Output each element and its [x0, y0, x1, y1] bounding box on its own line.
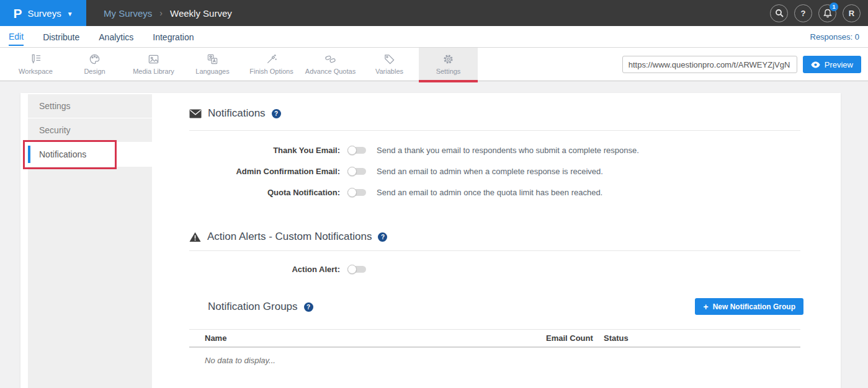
section-divider	[189, 130, 800, 131]
survey-nav-bar: Edit Distribute Analytics Integration Re…	[0, 26, 868, 48]
toolbar-item-advance-quotas[interactable]: Advance Quotas	[301, 48, 360, 81]
action-alerts-section: Action Alerts - Custom Notifications ? A…	[189, 229, 800, 280]
setting-description: Send an email to admin once the quota li…	[377, 188, 602, 197]
column-header-status: Status	[604, 333, 800, 343]
help-icon[interactable]: ?	[304, 302, 313, 312]
help-icon[interactable]: ?	[272, 109, 281, 118]
tab-analytics[interactable]: Analytics	[99, 28, 133, 45]
section-divider	[189, 250, 800, 251]
toolbar-label: Workspace	[19, 68, 53, 75]
caret-down-icon: ▼	[67, 11, 73, 17]
notification-groups-table: Name Email Count Status No data to displ…	[189, 329, 800, 365]
setting-description: Send an email to admin when a complete r…	[377, 167, 603, 176]
languages-icon	[207, 53, 218, 65]
toolbar-item-design[interactable]: Design	[65, 48, 124, 81]
workspace-icon	[30, 53, 42, 65]
breadcrumb: My Surveys › Weekly Survey	[104, 8, 232, 19]
notification-count-badge: 1	[830, 2, 838, 11]
top-bar: P Surveys ▼ My Surveys › Weekly Survey ?…	[0, 0, 868, 26]
sidebar-filler	[28, 167, 152, 388]
admin-confirmation-email-row: Admin Confirmation Email: Send an email …	[189, 161, 800, 182]
tab-integration[interactable]: Integration	[153, 28, 194, 45]
toolbar-item-finish-options[interactable]: Finish Options	[242, 48, 301, 81]
settings-gear-icon	[442, 53, 454, 65]
question-mark-icon: ?	[801, 9, 806, 18]
toggle-knob	[347, 188, 357, 197]
tab-distribute[interactable]: Distribute	[43, 28, 79, 45]
table-header-row: Name Email Count Status	[189, 330, 800, 348]
new-notification-group-button[interactable]: + New Notification Group	[695, 298, 803, 315]
toolbar-label: Settings	[436, 68, 461, 75]
toolbar-item-settings[interactable]: Settings	[419, 48, 478, 81]
search-icon	[775, 9, 784, 17]
section-title: Action Alerts - Custom Notifications	[207, 231, 372, 243]
preview-button[interactable]: Preview	[803, 56, 861, 73]
toggle-knob	[347, 265, 357, 274]
notifications-button[interactable]: 1	[818, 4, 836, 22]
empty-table-message: No data to display...	[189, 348, 800, 365]
search-button[interactable]	[770, 4, 788, 22]
settings-sidebar: Settings Security Notifications	[28, 94, 152, 388]
quota-notification-row: Quota Notification: Send an email to adm…	[189, 182, 800, 203]
setting-label: Thank You Email:	[189, 146, 340, 155]
notification-groups-header: Notification Groups ? + New Notification…	[189, 298, 800, 315]
notification-groups-title-wrap: Notification Groups ?	[189, 301, 313, 313]
column-header-name: Name	[189, 333, 546, 343]
new-group-button-label: New Notification Group	[713, 302, 795, 311]
quota-notification-toggle[interactable]	[347, 188, 366, 197]
toolbar-label: Advance Quotas	[305, 68, 356, 75]
setting-label: Action Alert:	[189, 265, 340, 274]
media-library-icon	[148, 53, 159, 65]
action-alert-toggle[interactable]	[347, 265, 366, 274]
sidebar-item-label: Security	[39, 125, 71, 135]
setting-label: Quota Notification:	[189, 188, 340, 197]
avatar-initial: R	[849, 9, 854, 18]
envelope-icon	[189, 109, 202, 118]
plus-icon: +	[703, 302, 708, 311]
section-title: Notifications	[208, 107, 266, 120]
user-avatar[interactable]: R	[843, 4, 861, 22]
settings-panel: Settings Security Notifications Notifica…	[20, 93, 841, 388]
toolbar-item-media-library[interactable]: Media Library	[124, 48, 183, 81]
toolbar-right-group: Preview	[622, 48, 861, 81]
toggle-knob	[347, 167, 357, 176]
toolbar-item-workspace[interactable]: Workspace	[6, 48, 65, 81]
tab-edit[interactable]: Edit	[9, 27, 24, 46]
variables-icon	[383, 53, 395, 65]
thank-you-email-toggle[interactable]	[347, 146, 366, 155]
notification-toggle-rows: Thank You Email: Send a thank you email …	[189, 139, 800, 203]
action-alert-rows: Action Alert:	[189, 258, 800, 280]
finish-options-icon	[266, 53, 277, 65]
surveys-product-menu[interactable]: P Surveys ▼	[0, 0, 86, 26]
sidebar-item-label: Settings	[39, 101, 71, 111]
help-button[interactable]: ?	[794, 4, 812, 22]
section-title: Notification Groups	[208, 301, 298, 313]
responses-count: Responses: 0	[810, 32, 860, 42]
notifications-settings-main: Notifications ? Thank You Email: Send a …	[189, 93, 800, 365]
setting-description: Send a thank you email to respondents wh…	[377, 146, 639, 155]
sidebar-item-settings[interactable]: Settings	[28, 94, 152, 118]
help-icon[interactable]: ?	[378, 232, 387, 242]
toolbar-label: Languages	[195, 68, 229, 75]
edit-toolbar: Workspace Design Media Library Languages	[0, 48, 868, 81]
toolbar-item-languages[interactable]: Languages	[183, 48, 242, 81]
sidebar-item-notifications[interactable]: Notifications	[28, 143, 152, 166]
survey-url-input[interactable]	[622, 56, 797, 73]
warning-triangle-icon	[189, 232, 201, 242]
preview-label: Preview	[825, 60, 853, 69]
admin-confirmation-email-toggle[interactable]	[347, 167, 366, 176]
page-background: Settings Security Notifications Notifica…	[0, 81, 868, 388]
active-indicator-bar	[28, 146, 30, 163]
setting-label: Admin Confirmation Email:	[189, 167, 340, 176]
topbar-actions: ? 1 R	[770, 0, 861, 26]
sidebar-item-security[interactable]: Security	[28, 118, 152, 142]
breadcrumb-my-surveys[interactable]: My Surveys	[104, 8, 152, 19]
breadcrumb-separator-icon: ›	[159, 8, 163, 18]
toolbar-label: Media Library	[133, 68, 174, 75]
eye-icon	[811, 61, 820, 68]
thank-you-email-row: Thank You Email: Send a thank you email …	[189, 139, 800, 161]
product-menu-label: Surveys	[27, 8, 61, 19]
notifications-section-header: Notifications ?	[189, 105, 800, 121]
toolbar-item-variables[interactable]: Variables	[360, 48, 419, 81]
breadcrumb-current-survey: Weekly Survey	[170, 8, 232, 19]
